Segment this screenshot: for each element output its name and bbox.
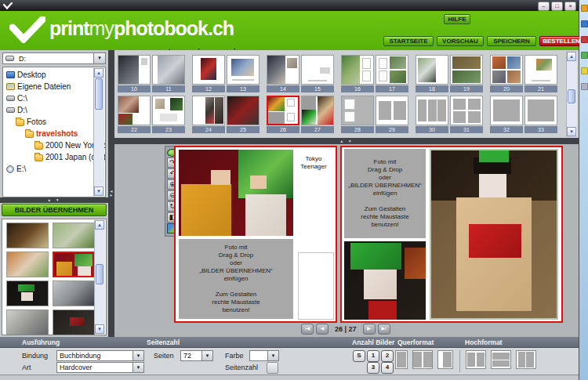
- querformat-layout-1[interactable]: [395, 350, 408, 369]
- hochformat-layout-3[interactable]: [516, 350, 536, 369]
- seiten-select[interactable]: 72▼: [180, 350, 213, 361]
- filmstrip-editor-splitter[interactable]: ▲ ▼: [114, 138, 579, 144]
- filmstrip-page-12[interactable]: 12: [192, 55, 225, 92]
- scroll-down-icon[interactable]: ▼: [94, 186, 103, 196]
- tree-item-e-[interactable]: E:\: [5, 163, 94, 175]
- thumbnail-street-taxi[interactable]: [53, 280, 95, 306]
- filmstrip-page-27[interactable]: 27: [301, 96, 334, 133]
- dropdown-arrow-icon[interactable]: ▼: [267, 350, 279, 361]
- thumbnail-two-girls-street[interactable]: [6, 309, 49, 335]
- filmstrip-page-23[interactable]: 23: [152, 96, 185, 133]
- scroll-up-icon[interactable]: ▲: [95, 220, 104, 230]
- photo-placeholder[interactable]: Foto mit Drag & Drop oder „BILDER ÜBERNE…: [344, 149, 426, 238]
- photo-geisha-closeup[interactable]: [344, 241, 426, 320]
- photo-placeholder[interactable]: Foto mit Drag & Drop oder „BILDER ÜBERNE…: [179, 239, 293, 319]
- anzahl-button-2[interactable]: 2: [381, 350, 394, 362]
- thumbnail-group-orange-shirts[interactable]: [6, 252, 49, 277]
- tree-item-c-[interactable]: C:\: [5, 92, 94, 104]
- filmstrip-page-21[interactable]: 21: [524, 55, 557, 92]
- tree-item-fotos[interactable]: Fotos: [5, 116, 94, 128]
- tree-item-desktop[interactable]: Desktop: [5, 69, 94, 81]
- filmstrip-scroll-thumb[interactable]: [568, 89, 575, 103]
- editor-page-right[interactable]: Foto mit Drag & Drop oder „BILDER ÜBERNE…: [340, 146, 563, 323]
- hochformat-layout-1[interactable]: [466, 350, 486, 369]
- filmstrip-page-15[interactable]: 15: [301, 55, 334, 92]
- hochformat-layout-2[interactable]: [491, 350, 511, 369]
- next-page-button[interactable]: ▶: [363, 324, 376, 335]
- anzahl-button-4[interactable]: 4: [381, 362, 394, 374]
- thumbs-scroll-thumb[interactable]: [96, 264, 103, 284]
- filmstrip-page-25[interactable]: 25: [227, 96, 260, 133]
- help-button[interactable]: HILFE: [444, 14, 470, 24]
- anzahl-button-s[interactable]: S: [353, 350, 365, 362]
- filmstrip-page-31[interactable]: 31: [450, 96, 483, 133]
- page-caption-text[interactable]: Tokyo Teenager: [292, 155, 336, 171]
- filmstrip-page-10[interactable]: 10: [118, 55, 151, 92]
- thumbs-scrollbar[interactable]: ▲ ▼: [94, 220, 105, 334]
- anzahl-button-3[interactable]: 3: [367, 362, 379, 374]
- filmstrip-page-30[interactable]: 30: [416, 96, 448, 133]
- close-button[interactable]: ×: [564, 2, 576, 11]
- filmstrip-page-20[interactable]: 20: [490, 55, 523, 92]
- sidebar-splitter[interactable]: ▲ ▼: [0, 197, 108, 203]
- filmstrip-page-16[interactable]: 16: [341, 55, 374, 92]
- drive-select-arrow[interactable]: ▼: [93, 52, 106, 64]
- filmstrip-page-14[interactable]: 14: [267, 55, 299, 92]
- thumbnail-geisha-dark[interactable]: [6, 280, 49, 306]
- scroll-up-icon[interactable]: ▲: [567, 52, 576, 61]
- farbe-select[interactable]: ▼: [249, 350, 279, 361]
- editor-page-left[interactable]: Foto mit Drag & Drop oder „BILDER ÜBERNE…: [174, 146, 337, 323]
- filmstrip-page-29[interactable]: 29: [376, 96, 408, 133]
- scroll-up-icon[interactable]: ▲: [94, 68, 103, 78]
- tree-item-2001-japan-digital-[interactable]: 2001 Japan (digital): [5, 151, 94, 163]
- filmstrip-page-28[interactable]: 28: [341, 96, 374, 133]
- empty-text-frame[interactable]: [298, 252, 334, 320]
- thumbnail-rickshaw-night[interactable]: [53, 309, 95, 335]
- filmstrip-page-17[interactable]: 17: [376, 55, 408, 92]
- speichern-button[interactable]: SPEICHERN: [487, 36, 536, 46]
- thumbnail-zen-garden[interactable]: [53, 223, 95, 248]
- filmstrip-page-13[interactable]: 13: [227, 55, 260, 92]
- main-splitter[interactable]: ◄►: [108, 50, 114, 337]
- scroll-down-icon[interactable]: ▼: [567, 127, 576, 136]
- anzahl-button-1[interactable]: 1: [367, 350, 379, 362]
- filmstrip-page-26[interactable]: 26: [267, 96, 299, 133]
- photo-geisha-kneeling[interactable]: [430, 149, 558, 320]
- bestellen-button[interactable]: BESTELLEN: [539, 36, 583, 46]
- minimize-button[interactable]: –: [538, 2, 550, 11]
- filmstrip-page-11[interactable]: 11: [152, 55, 185, 92]
- querformat-layout-3[interactable]: [437, 350, 453, 369]
- prev-page-button[interactable]: ◀: [316, 324, 328, 335]
- tree-item-travelshots[interactable]: travelshots: [5, 128, 94, 139]
- filmstrip-page-19[interactable]: 19: [450, 55, 483, 92]
- filmstrip-page-24[interactable]: 24: [192, 96, 225, 133]
- startseite-button[interactable]: STARTSEITE: [383, 36, 434, 46]
- querformat-layout-2[interactable]: [412, 350, 433, 369]
- tree-item-eigene-dateien[interactable]: Eigene Dateien: [5, 81, 94, 92]
- vorschau-button[interactable]: VORSCHAU: [437, 36, 484, 46]
- filmstrip-page-32[interactable]: 32: [490, 96, 523, 133]
- thumbnail-tokyo-teenagers[interactable]: [53, 252, 95, 277]
- dropdown-arrow-icon[interactable]: ▼: [201, 350, 213, 361]
- filmstrip-page-33[interactable]: 33: [524, 96, 557, 133]
- filmstrip-scrollbar[interactable]: ▲ ▼: [566, 52, 577, 136]
- seitenzahl-checkbox[interactable]: [267, 362, 278, 374]
- bindung-select[interactable]: Buchbindung▼: [56, 350, 144, 361]
- dropdown-arrow-icon[interactable]: ▼: [132, 350, 144, 361]
- restore-button[interactable]: □: [551, 2, 563, 11]
- tree-item-d-[interactable]: D:\: [5, 104, 94, 116]
- first-page-button[interactable]: |◀: [301, 324, 314, 335]
- tree-item-2000-new-york-digital-[interactable]: 2000 New York (digital): [5, 139, 94, 151]
- thumbnail-bento-lunch[interactable]: [6, 223, 49, 248]
- import-images-button[interactable]: BILDER ÜBERNEHMEN: [2, 204, 107, 216]
- last-page-button[interactable]: ▶|: [378, 324, 390, 335]
- tree-scrollbar[interactable]: ▲ ▼: [93, 68, 104, 196]
- dropdown-arrow-icon[interactable]: ▼: [132, 362, 144, 373]
- filmstrip-page-18[interactable]: 18: [416, 55, 448, 92]
- photo-tokyo-teenagers[interactable]: [179, 150, 293, 236]
- tree-scroll-thumb[interactable]: [95, 78, 103, 110]
- filmstrip-page-22[interactable]: 22: [118, 96, 151, 133]
- scroll-down-icon[interactable]: ▼: [95, 324, 104, 334]
- art-select[interactable]: Hardcover▼: [56, 362, 144, 373]
- drive-select[interactable]: D: ▼: [2, 52, 106, 64]
